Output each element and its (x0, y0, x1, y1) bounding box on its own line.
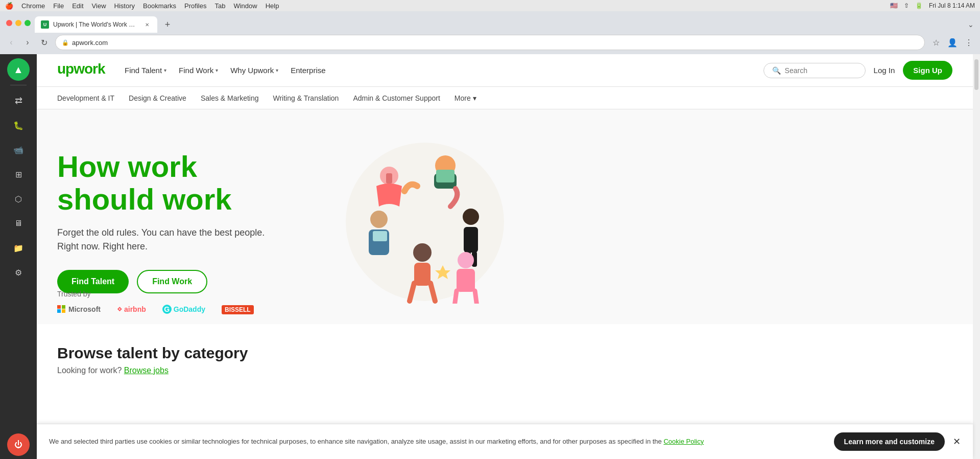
login-button[interactable]: Log In (874, 66, 895, 75)
svg-rect-17 (457, 269, 475, 292)
cookie-close-button[interactable]: ✕ (953, 436, 961, 447)
history-menu[interactable]: History (114, 2, 135, 10)
hero-title-line1: How work (57, 150, 343, 183)
close-window-button[interactable] (6, 20, 12, 26)
dock-item-bug[interactable]: 🐛 (7, 114, 30, 136)
chrome-menu[interactable]: Chrome (21, 2, 45, 10)
wifi-icon: ⇧ (904, 2, 909, 9)
dock-item-folder[interactable]: 📁 (7, 237, 30, 259)
tab-title: Upwork | The World's Work M... (53, 21, 139, 28)
svg-point-5 (463, 209, 479, 225)
url-text: apwork.com (72, 39, 108, 47)
hero-content: How work should work Forget the old rule… (57, 150, 343, 293)
browser-chrome: U Upwork | The World's Work M... ✕ + ⌄ (0, 11, 980, 33)
browse-jobs-link[interactable]: Browse jobs (124, 366, 169, 375)
forward-button[interactable]: › (20, 35, 35, 50)
bookmarks-menu[interactable]: Bookmarks (143, 2, 176, 10)
more-chevron-icon: ▾ (473, 94, 476, 102)
browser-actions: ☆ 👤 ⋮ (929, 35, 976, 50)
datetime: Fri Jul 8 1:14 AM (929, 2, 975, 9)
cookie-policy-link[interactable]: Cookie Policy (663, 438, 704, 445)
maximize-window-button[interactable] (25, 20, 31, 26)
main-layout: ▲ ⇄ 🐛 📹 ⊞ ⬡ 🖥 📁 ⚙ ⏻ upwork Find Talent ▾ (0, 54, 980, 459)
svg-rect-13 (373, 231, 387, 241)
edit-menu[interactable]: Edit (72, 2, 83, 10)
svg-rect-4 (436, 170, 455, 182)
dock-separator (10, 85, 27, 85)
apple-menu[interactable]: 🍎 (5, 2, 13, 10)
reload-button[interactable]: ↻ (37, 35, 51, 50)
active-tab[interactable]: U Upwork | The World's Work M... ✕ (35, 16, 157, 33)
bissell-logo: BISSELL (222, 305, 254, 313)
nav-links: Find Talent ▾ Find Work ▾ Why Upwork ▾ E… (125, 66, 326, 75)
view-menu[interactable]: View (92, 2, 106, 10)
tab-menu[interactable]: Tab (214, 2, 225, 10)
battery-icon: 🔋 (915, 2, 923, 9)
dock-item-settings[interactable]: ⚙ (7, 261, 30, 284)
svg-rect-6 (464, 227, 478, 253)
minimize-window-button[interactable] (15, 20, 21, 26)
cat-design[interactable]: Design & Creative (129, 87, 186, 109)
hero-subtitle: Forget the old rules. You can have the b… (57, 226, 343, 254)
scrollbar-thumb[interactable] (974, 59, 978, 90)
why-upwork-chevron: ▾ (276, 67, 278, 73)
nav-right: 🔍 Log In Sign Up (763, 61, 952, 80)
godaddy-logo: G GoDaddy (162, 305, 205, 314)
flag-icon: 🇺🇸 (890, 2, 898, 9)
back-button[interactable]: ‹ (4, 35, 18, 50)
mac-os-bar: 🍎 Chrome File Edit View History Bookmark… (0, 0, 980, 11)
cat-writing[interactable]: Writing & Translation (273, 87, 339, 109)
svg-rect-10 (386, 173, 392, 183)
browse-title: Browse talent by category (57, 345, 952, 362)
cat-dev-it[interactable]: Development & IT (57, 87, 114, 109)
find-work-nav-link[interactable]: Find Work ▾ (179, 66, 218, 75)
signup-button[interactable]: Sign Up (903, 61, 952, 80)
find-talent-nav-link[interactable]: Find Talent ▾ (125, 66, 166, 75)
dock-item-display[interactable]: 🖥 (7, 212, 30, 235)
file-menu[interactable]: File (53, 2, 64, 10)
new-tab-button[interactable]: + (160, 17, 175, 32)
lock-icon: 🔒 (62, 39, 69, 46)
upwork-logo[interactable]: upwork (57, 60, 108, 80)
address-bar: ‹ › ↻ 🔒 apwork.com ☆ 👤 ⋮ (0, 33, 980, 54)
dock-item-power[interactable]: ⏻ (7, 433, 30, 456)
cat-admin[interactable]: Admin & Customer Support (353, 87, 440, 109)
cookie-learn-more-button[interactable]: Learn more and customize (834, 432, 945, 451)
cat-more[interactable]: More ▾ (455, 87, 476, 109)
airbnb-logo: ⋄ airbnb (117, 304, 146, 314)
profiles-menu[interactable]: Profiles (184, 2, 206, 10)
trusted-label: Trusted by (57, 290, 254, 298)
window-menu[interactable]: Window (233, 2, 257, 10)
dock-item-layers[interactable]: ⊞ (7, 163, 30, 186)
browse-subtitle: Looking for work? Browse jobs (57, 366, 952, 375)
hero-title-line2: should work (57, 183, 343, 216)
hero-title: How work should work (57, 150, 343, 216)
why-upwork-nav-link[interactable]: Why Upwork ▾ (230, 66, 278, 75)
tab-close-button[interactable]: ✕ (143, 20, 151, 29)
dock-sidebar: ▲ ⇄ 🐛 📹 ⊞ ⬡ 🖥 📁 ⚙ ⏻ (0, 54, 37, 459)
bookmark-button[interactable]: ☆ (929, 35, 943, 50)
cookie-banner: We and selected third parties use cookie… (37, 424, 973, 459)
enterprise-nav-link[interactable]: Enterprise (291, 66, 325, 75)
search-bar[interactable]: 🔍 (763, 63, 866, 78)
find-talent-chevron: ▾ (164, 67, 166, 73)
dock-item-box[interactable]: ⬡ (7, 188, 30, 210)
dock-item-camera[interactable]: 📹 (7, 139, 30, 161)
svg-point-11 (370, 211, 388, 228)
tab-list-button[interactable]: ⌄ (968, 20, 974, 29)
category-nav: Development & IT Design & Creative Sales… (37, 87, 973, 109)
find-work-chevron: ▾ (216, 67, 218, 73)
hero-svg (343, 140, 507, 304)
scrollbar[interactable] (973, 54, 980, 459)
profile-button[interactable]: 👤 (945, 35, 960, 50)
dock-item-network[interactable]: ⇄ (7, 89, 30, 112)
traffic-lights (6, 20, 31, 26)
help-menu[interactable]: Help (266, 2, 279, 10)
url-bar[interactable]: 🔒 apwork.com (55, 35, 925, 50)
dock-item-up[interactable]: ▲ (7, 58, 30, 81)
search-input[interactable] (785, 66, 857, 75)
cat-sales[interactable]: Sales & Marketing (201, 87, 259, 109)
menu-button[interactable]: ⋮ (962, 35, 976, 50)
upwork-navbar: upwork Find Talent ▾ Find Work ▾ Why Upw… (37, 54, 973, 87)
cookie-text: We and selected third parties use cookie… (49, 437, 826, 446)
